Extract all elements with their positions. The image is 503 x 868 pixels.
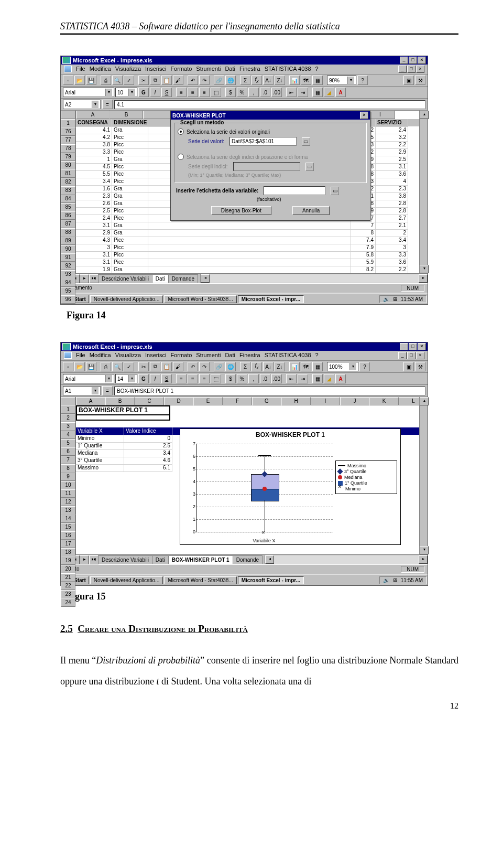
save-icon[interactable]: 💾 (86, 362, 96, 371)
cell[interactable]: Gra (112, 266, 148, 273)
row-header[interactable]: 85 (61, 203, 75, 211)
row-header[interactable]: 83 (61, 186, 75, 195)
open-icon[interactable]: 📂 (74, 76, 85, 85)
vertical-scrollbar[interactable]: ▴ ▾ (419, 111, 428, 273)
dec-dec-icon[interactable]: .00 (271, 374, 282, 383)
system-tray[interactable]: 🔊 🖥 11:55 AM (379, 576, 427, 584)
cell[interactable] (148, 229, 351, 237)
align-right-icon[interactable]: ≡ (199, 374, 210, 383)
cell[interactable]: 3.1 (76, 222, 112, 230)
menu-view[interactable]: Visualizza (115, 352, 141, 359)
boxplot-chart[interactable]: BOX-WHISKER PLOT 1 01234567 (180, 428, 401, 545)
doc-close-button[interactable]: × (416, 352, 424, 359)
cell[interactable]: Picc (112, 141, 148, 149)
italic-icon[interactable]: I (150, 374, 160, 383)
cell[interactable]: 3.6 (376, 259, 408, 266)
chart-icon[interactable]: 📊 (289, 76, 300, 85)
cell[interactable]: 2.1 (376, 222, 408, 230)
row-header[interactable]: 15 (61, 523, 75, 531)
cell[interactable]: 2.8 (376, 207, 408, 215)
align-center-icon[interactable]: ≡ (188, 88, 198, 97)
cell[interactable]: 2.8 (376, 200, 408, 208)
col-header[interactable]: B (110, 111, 143, 119)
close-button[interactable]: × (418, 343, 426, 350)
system-tray[interactable]: 🔊 🖥 11:53 AM (379, 295, 427, 303)
cell[interactable]: Picc (112, 134, 148, 142)
tray-icon2[interactable]: 🖥 (392, 296, 398, 302)
cell[interactable]: Minimo (76, 435, 124, 443)
table-row[interactable]: 1.9Gra8.22.2 (76, 266, 419, 273)
row-header[interactable]: 77 (61, 136, 75, 144)
paste-icon[interactable]: 📋 (161, 76, 172, 85)
col-header[interactable]: I (311, 397, 340, 405)
cell[interactable]: Picc (112, 207, 148, 215)
row-header[interactable]: 96 (61, 295, 75, 304)
col-header[interactable]: C (135, 397, 164, 405)
indent-dec-icon[interactable]: ⇤ (286, 374, 297, 383)
menu-view[interactable]: Visualizza (115, 66, 141, 73)
menu-window[interactable]: Finestra (239, 352, 260, 359)
menu-insert[interactable]: Inserisci (145, 66, 166, 73)
menu-file[interactable]: File (76, 66, 85, 73)
redo-icon[interactable]: ↷ (199, 76, 210, 85)
cell[interactable]: Gra (112, 200, 148, 208)
merge-icon[interactable]: ⬚ (211, 88, 221, 97)
row-header[interactable]: 86 (61, 211, 75, 220)
sort-asc-icon[interactable]: A↓ (263, 76, 274, 85)
font-combo[interactable]: Arial▾ (63, 374, 114, 383)
undo-icon[interactable]: ↶ (188, 362, 198, 371)
map-icon[interactable]: 🗺 (301, 362, 311, 371)
equals-icon[interactable]: = (102, 100, 113, 109)
cell[interactable]: Picc (112, 251, 148, 259)
row-header[interactable]: 79 (61, 153, 75, 161)
cell[interactable]: 5.5 (76, 170, 112, 178)
menu-format[interactable]: Formato (170, 66, 192, 73)
col-header[interactable]: H (281, 397, 311, 405)
bold-icon[interactable]: G (138, 374, 149, 383)
chart-icon[interactable]: 📊 (289, 362, 300, 371)
cell[interactable]: Picc (112, 237, 148, 244)
fill-icon[interactable]: ◢ (324, 374, 334, 383)
draw-button[interactable]: Disegna Box-Plot (211, 206, 271, 215)
taskbar-item-2[interactable]: Microsoft Excel - impr... (238, 295, 304, 303)
tray-icon[interactable]: 🔊 (383, 577, 389, 583)
sort-desc-icon[interactable]: Z↓ (275, 76, 285, 85)
row-header[interactable]: 3 (61, 422, 75, 431)
cell[interactable]: 6.1 (124, 464, 172, 472)
close-button[interactable]: × (418, 57, 426, 64)
cell[interactable]: 2.3 (376, 185, 408, 193)
indent-inc-icon[interactable]: ⇥ (298, 374, 308, 383)
spell-icon[interactable]: ✓ (124, 76, 134, 85)
row-header[interactable]: 1 (61, 405, 75, 414)
cell[interactable]: 3.4 (76, 178, 112, 186)
col-header[interactable]: K (369, 397, 399, 405)
doc-minimize-button[interactable]: _ (398, 352, 407, 359)
dialog-close-button[interactable]: × (360, 112, 368, 119)
row-header[interactable]: 92 (61, 262, 75, 270)
cell[interactable]: 8 (351, 229, 376, 237)
table-row[interactable]: 2.9Gra82 (76, 229, 419, 237)
row-header[interactable]: 7 (61, 456, 75, 464)
inc-dec-icon[interactable]: .0 (260, 374, 270, 383)
cell[interactable]: 3.8 (376, 192, 408, 200)
cancel-button[interactable]: Annulla (292, 206, 330, 215)
menu-bar[interactable]: File Modifica Visualizza Inserisci Forma… (61, 65, 428, 74)
tab-domande[interactable]: Domande (168, 274, 198, 283)
row-header[interactable]: 8 (61, 464, 75, 473)
row-header[interactable]: 18 (61, 548, 75, 556)
menu-file[interactable]: File (76, 352, 85, 359)
cell[interactable]: 2.3 (76, 192, 112, 200)
row-header[interactable]: 87 (61, 220, 75, 228)
cell[interactable]: Picc (112, 215, 148, 222)
row-header[interactable]: 11 (61, 489, 75, 498)
cell[interactable]: 4.2 (76, 134, 112, 142)
cell[interactable]: Massimo (76, 464, 124, 472)
row-header[interactable]: 76 (61, 127, 75, 136)
menu-statistica[interactable]: STATISTICA 4038 (265, 352, 311, 359)
menu-statistica[interactable]: STATISTICA 4038 (265, 66, 311, 73)
fill-icon[interactable]: ◢ (324, 88, 334, 97)
cell[interactable]: Gra (112, 126, 148, 134)
cell[interactable]: 7.9 (351, 244, 376, 252)
row-header[interactable]: 88 (61, 228, 75, 237)
cell[interactable]: 3.4 (376, 237, 408, 244)
